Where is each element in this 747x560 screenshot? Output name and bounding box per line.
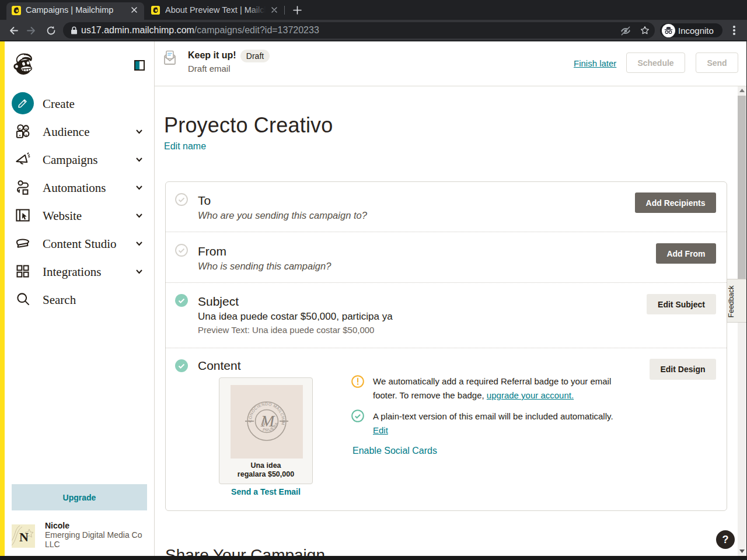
svg-text:N: N <box>19 530 29 544</box>
